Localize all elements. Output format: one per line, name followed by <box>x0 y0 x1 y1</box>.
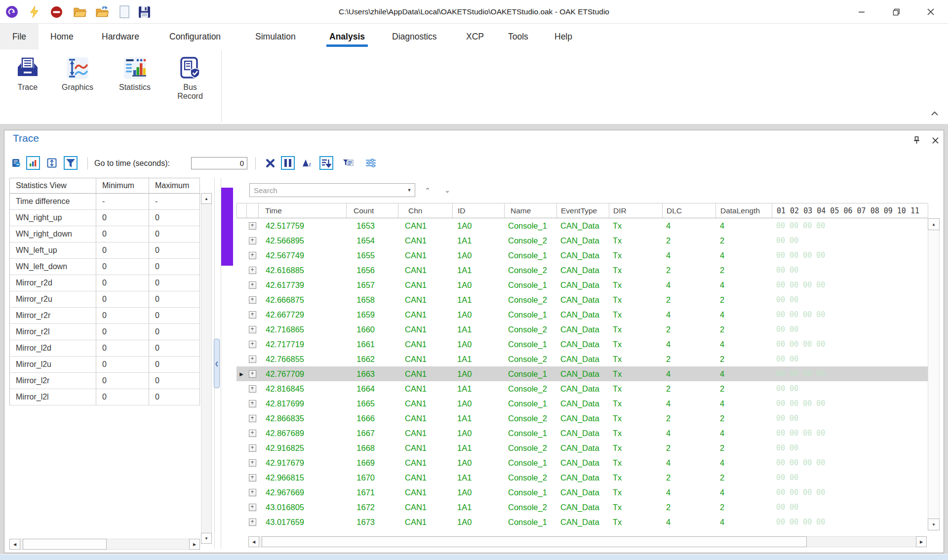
column-settings-button[interactable] <box>364 156 378 170</box>
table-row[interactable]: 42.716865 1660 CAN1 1A1 Console_2 CAN_Da… <box>237 322 928 337</box>
table-row[interactable]: 42.916825 1668 CAN1 1A1 Console_2 CAN_Da… <box>237 440 928 455</box>
header-datalength[interactable]: DataLength <box>716 203 772 218</box>
statistics-row[interactable]: Mirror_r2d 0 0 <box>10 275 200 291</box>
expand-icon[interactable] <box>246 444 258 452</box>
expand-icon[interactable] <box>246 415 258 422</box>
expand-icon[interactable] <box>246 356 258 363</box>
trace-horizontal-scrollbar[interactable]: ◀ ▶ <box>248 536 927 547</box>
table-row[interactable]: 42.966815 1670 CAN1 1A1 Console_2 CAN_Da… <box>237 470 928 485</box>
table-row[interactable]: 42.667729 1659 CAN1 1A0 Console_1 CAN_Da… <box>237 307 928 322</box>
menu-item-configuration[interactable]: Configuration <box>169 24 221 49</box>
table-row[interactable]: 43.017659 1673 CAN1 1A0 Console_1 CAN_Da… <box>237 515 928 529</box>
scroll-left-icon[interactable]: ◀ <box>248 536 259 547</box>
expand-icon[interactable] <box>246 281 258 289</box>
menu-item-tools[interactable]: Tools <box>508 24 528 49</box>
search-combobox[interactable]: ▼ <box>249 183 415 197</box>
menu-item-diagnostics[interactable]: Diagnostics <box>392 24 436 49</box>
header-time[interactable]: Time <box>259 203 347 218</box>
expand-icon[interactable] <box>246 474 258 481</box>
menu-item-file[interactable]: File <box>0 24 39 49</box>
filter-settings-button[interactable] <box>341 156 355 170</box>
scroll-down-icon[interactable]: ▼ <box>928 519 940 530</box>
statistics-row[interactable]: Mirror_r2r 0 0 <box>10 308 200 324</box>
search-next-icon[interactable]: ⌄ <box>441 184 454 196</box>
filter-button[interactable] <box>64 156 78 170</box>
menu-item-analysis[interactable]: Analysis <box>329 24 365 49</box>
expand-icon[interactable] <box>246 252 258 259</box>
expand-icon[interactable] <box>246 459 258 467</box>
statistics-row[interactable]: Mirror_l2r 0 0 <box>10 373 200 389</box>
scroll-up-icon[interactable]: ▲ <box>928 218 940 230</box>
restore-button[interactable] <box>885 0 908 24</box>
table-row[interactable]: 42.766855 1662 CAN1 1A1 Console_2 CAN_Da… <box>237 352 928 366</box>
scrollbar-thumb[interactable] <box>262 536 807 547</box>
expand-icon[interactable] <box>246 400 258 407</box>
expand-icon[interactable] <box>246 222 258 230</box>
minimize-button[interactable] <box>850 0 873 24</box>
stats-header-maximum[interactable]: Maximum <box>149 178 200 194</box>
header-eventtype[interactable]: EventType <box>557 203 609 218</box>
table-row[interactable]: 42.866835 1666 CAN1 1A1 Console_2 CAN_Da… <box>237 411 928 426</box>
stats-vertical-scrollbar[interactable]: ▲ ▼ <box>201 193 212 544</box>
panel-close-icon[interactable] <box>929 134 942 146</box>
goto-time-input[interactable] <box>191 157 247 169</box>
expand-icon[interactable] <box>246 519 258 526</box>
ribbon-button-graphics[interactable]: Graphics <box>58 56 97 92</box>
expand-icon[interactable] <box>246 430 258 437</box>
statistics-row[interactable]: WN_right_up 0 0 <box>10 210 200 226</box>
scroll-right-icon[interactable]: ▶ <box>189 539 200 550</box>
expand-icon[interactable] <box>246 311 258 319</box>
search-input[interactable] <box>250 186 404 195</box>
statistics-row[interactable]: Mirror_l2u 0 0 <box>10 357 200 373</box>
trace-vertical-scrollbar[interactable]: ▲ ▼ <box>928 218 940 530</box>
table-row[interactable]: 42.616885 1656 CAN1 1A1 Console_2 CAN_Da… <box>237 263 928 278</box>
ribbon-button-trace[interactable]: Trace <box>10 56 45 92</box>
table-row[interactable]: 42.567749 1655 CAN1 1A0 Console_1 CAN_Da… <box>237 248 928 263</box>
fix-view-button[interactable] <box>9 156 23 170</box>
scroll-right-icon[interactable]: ▶ <box>916 536 927 547</box>
search-previous-icon[interactable]: ⌃ <box>421 184 434 196</box>
scrollbar-thumb[interactable] <box>23 539 107 550</box>
statistics-row[interactable]: WN_left_up 0 0 <box>10 242 200 259</box>
stats-header-name[interactable]: Statistics View <box>10 178 96 194</box>
chevron-down-icon[interactable]: ▼ <box>404 184 415 197</box>
header-name[interactable]: Name <box>505 203 557 218</box>
stats-horizontal-scrollbar[interactable]: ◀ ▶ <box>9 539 200 550</box>
statistics-row[interactable]: Mirror_r2u 0 0 <box>10 291 200 308</box>
pause-button[interactable] <box>281 156 295 170</box>
statistics-view-button[interactable] <box>26 156 40 170</box>
pin-icon[interactable] <box>910 134 923 146</box>
delta-time-button[interactable]: t <box>301 156 315 170</box>
statistics-row[interactable]: Time difference - - <box>10 194 200 210</box>
collapse-ribbon-icon[interactable] <box>928 108 941 119</box>
scroll-left-icon[interactable]: ◀ <box>9 539 20 550</box>
table-row[interactable]: 42.717719 1661 CAN1 1A0 Console_1 CAN_Da… <box>237 337 928 352</box>
table-row[interactable]: 42.917679 1669 CAN1 1A0 Console_1 CAN_Da… <box>237 455 928 470</box>
statistics-row[interactable]: Mirror_l2l 0 0 <box>10 389 200 405</box>
header-dlc[interactable]: DLC <box>663 203 716 218</box>
header-data-bytes[interactable]: 01 02 03 04 05 06 07 08 09 10 11 <box>772 203 928 218</box>
table-row[interactable]: 42.967669 1671 CAN1 1A0 Console_1 CAN_Da… <box>237 485 928 500</box>
header-count[interactable]: Count <box>347 203 398 218</box>
expand-icon[interactable] <box>246 370 258 378</box>
clear-button[interactable] <box>263 156 277 170</box>
table-row[interactable]: 42.867689 1667 CAN1 1A0 Console_1 CAN_Da… <box>237 426 928 440</box>
statistics-row[interactable]: Mirror_r2l 0 0 <box>10 324 200 340</box>
statistics-row[interactable]: Mirror_l2d 0 0 <box>10 340 200 357</box>
table-row[interactable]: 43.016805 1672 CAN1 1A1 Console_2 CAN_Da… <box>237 500 928 515</box>
expand-icon[interactable] <box>246 326 258 333</box>
menu-item-home[interactable]: Home <box>50 24 74 49</box>
header-chn[interactable]: Chn <box>398 203 453 218</box>
stats-header-minimum[interactable]: Minimum <box>96 178 149 194</box>
table-row[interactable]: 42.617739 1657 CAN1 1A0 Console_1 CAN_Da… <box>237 278 928 292</box>
expand-icon[interactable] <box>246 296 258 304</box>
expand-icon[interactable] <box>246 385 258 393</box>
expand-icon[interactable] <box>246 237 258 244</box>
scroll-down-icon[interactable]: ▼ <box>201 533 212 544</box>
table-row[interactable]: 42.817699 1665 CAN1 1A0 Console_1 CAN_Da… <box>237 396 928 411</box>
splitter-collapse-handle[interactable]: ❮ <box>214 339 220 388</box>
expand-collapse-button[interactable] <box>45 156 59 170</box>
header-dir[interactable]: DIR <box>609 203 663 218</box>
table-row[interactable]: 42.816845 1664 CAN1 1A1 Console_2 CAN_Da… <box>237 381 928 396</box>
header-id[interactable]: ID <box>453 203 505 218</box>
